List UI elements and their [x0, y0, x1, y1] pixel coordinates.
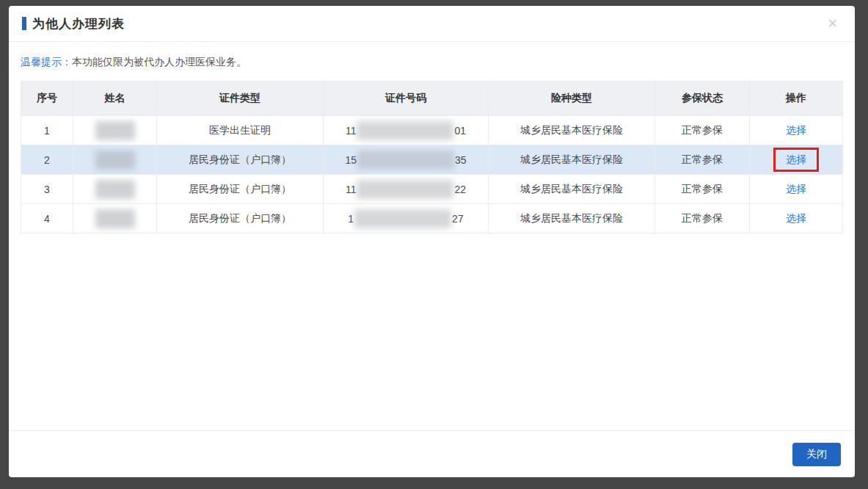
- dialog-title: 为他人办理列表: [32, 15, 125, 32]
- cell-cert-number: 1122: [324, 175, 489, 204]
- col-header-cert-number: 证件号码: [324, 82, 489, 116]
- select-link[interactable]: 选择: [786, 212, 806, 225]
- id-prefix: 1: [348, 213, 354, 225]
- id-prefix: 11: [346, 125, 357, 137]
- col-header-insurance-type: 险种类型: [489, 82, 655, 116]
- col-header-name: 姓名: [73, 82, 157, 116]
- cell-name: [73, 204, 157, 233]
- cell-index: 4: [21, 204, 73, 233]
- col-header-status: 参保状态: [655, 82, 750, 116]
- tip-label: 温馨提示：: [21, 56, 72, 68]
- cell-cert-number: 1535: [324, 145, 489, 175]
- tip-text: 本功能仅限为被代办人办理医保业务。: [72, 56, 247, 68]
- id-prefix: 11: [346, 184, 357, 195]
- select-link[interactable]: 选择: [786, 153, 806, 167]
- cell-status: 正常参保: [655, 175, 750, 204]
- cell-cert-number: 1101: [324, 116, 489, 145]
- redacted-id-middle: [357, 151, 454, 170]
- cell-insurance-type: 城乡居民基本医疗保险: [489, 116, 655, 145]
- table-row: 3 居民身份证（户口簿） 1122 城乡居民基本医疗保险 正常参保 选择: [21, 175, 843, 204]
- dialog-body: 温馨提示：本功能仅限为被代办人办理医保业务。 序号 姓名 证件类型 证件号码 险…: [9, 42, 855, 430]
- close-button[interactable]: 关闭: [792, 443, 841, 466]
- select-link[interactable]: 选择: [786, 124, 806, 137]
- dialog-footer: 关闭: [9, 430, 855, 477]
- col-header-index: 序号: [21, 82, 73, 116]
- cell-cert-type: 居民身份证（户口簿）: [157, 145, 324, 175]
- cert-number: 1122: [346, 180, 466, 199]
- redacted-name: [95, 209, 135, 228]
- cert-number: 127: [348, 209, 463, 228]
- table-body: 1 医学出生证明 1101 城乡居民基本医疗保险 正常参保 选择 2 居民身份证…: [21, 116, 843, 233]
- cell-index: 1: [21, 116, 73, 145]
- cell-status: 正常参保: [655, 204, 750, 233]
- select-action-box: 选择: [786, 124, 806, 137]
- cell-cert-number: 127: [324, 204, 489, 233]
- cell-insurance-type: 城乡居民基本医疗保险: [489, 204, 655, 233]
- cell-cert-type: 居民身份证（户口簿）: [157, 175, 324, 204]
- cert-number: 1535: [345, 151, 466, 170]
- col-header-cert-type: 证件类型: [157, 82, 324, 116]
- cell-insurance-type: 城乡居民基本医疗保险: [489, 175, 655, 204]
- cell-name: [73, 116, 157, 145]
- cell-name: [73, 175, 157, 204]
- table-row: 4 居民身份证（户口簿） 127 城乡居民基本医疗保险 正常参保 选择: [21, 204, 843, 233]
- table-header: 序号 姓名 证件类型 证件号码 险种类型 参保状态 操作: [21, 82, 843, 116]
- col-header-action: 操作: [750, 82, 843, 116]
- for-others-dialog: 为他人办理列表 × 温馨提示：本功能仅限为被代办人办理医保业务。 序号 姓名 证…: [9, 6, 855, 477]
- cell-cert-type: 医学出生证明: [157, 116, 324, 145]
- title-accent-bar: [22, 17, 26, 30]
- agent-person-table: 序号 姓名 证件类型 证件号码 险种类型 参保状态 操作 1 医学出生证明 11…: [21, 81, 843, 233]
- select-link[interactable]: 选择: [786, 183, 806, 196]
- select-action-box: 选择: [786, 212, 806, 225]
- select-action-box: 选择: [786, 183, 806, 196]
- id-suffix: 22: [454, 184, 466, 195]
- cell-insurance-type: 城乡居民基本医疗保险: [489, 145, 655, 175]
- id-suffix: 27: [452, 213, 464, 225]
- cell-status: 正常参保: [655, 145, 750, 175]
- select-action-box: 选择: [773, 148, 819, 172]
- table-row: 1 医学出生证明 1101 城乡居民基本医疗保险 正常参保 选择: [21, 116, 843, 145]
- cell-action: 选择: [750, 175, 843, 204]
- warm-tip: 温馨提示：本功能仅限为被代办人办理医保业务。: [21, 56, 841, 69]
- cell-index: 2: [21, 145, 73, 175]
- redacted-name: [95, 151, 135, 170]
- redacted-name: [95, 121, 135, 140]
- close-icon[interactable]: ×: [828, 15, 837, 32]
- id-suffix: 35: [455, 154, 467, 166]
- cell-action: 选择: [750, 116, 843, 145]
- cell-index: 3: [21, 175, 73, 204]
- redacted-name: [95, 180, 135, 199]
- table-row: 2 居民身份证（户口簿） 1535 城乡居民基本医疗保险 正常参保 选择: [21, 145, 843, 175]
- cell-cert-type: 居民身份证（户口簿）: [157, 204, 324, 233]
- dialog-header: 为他人办理列表 ×: [9, 6, 855, 42]
- id-suffix: 01: [454, 125, 466, 137]
- cell-status: 正常参保: [655, 116, 750, 145]
- redacted-id-middle: [357, 121, 453, 140]
- cert-number: 1101: [346, 121, 466, 140]
- redacted-id-middle: [357, 180, 453, 199]
- cell-action: 选择: [750, 145, 843, 175]
- cell-action: 选择: [750, 204, 843, 233]
- id-prefix: 15: [345, 154, 357, 166]
- redacted-id-middle: [354, 209, 451, 228]
- cell-name: [73, 145, 157, 175]
